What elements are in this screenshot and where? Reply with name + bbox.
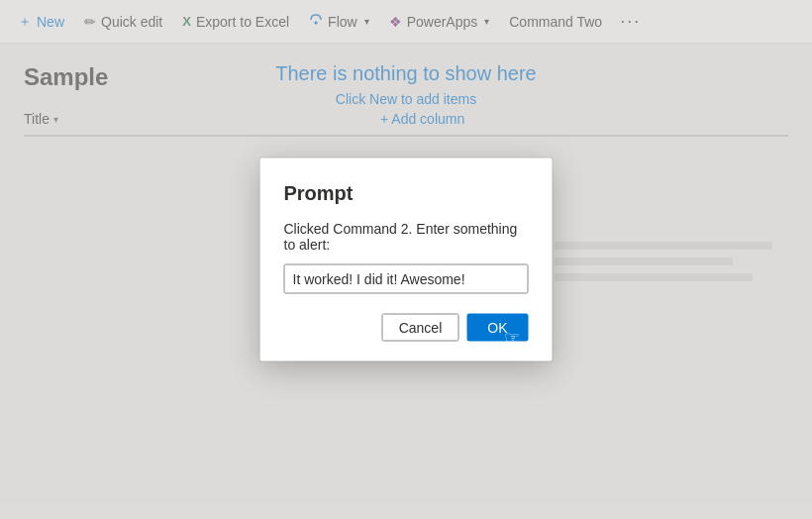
prompt-dialog: Prompt Clicked Command 2. Enter somethin… — [260, 158, 553, 362]
dialog-input[interactable] — [284, 264, 529, 294]
dialog-title: Prompt — [284, 182, 529, 205]
ok-button[interactable]: OK ☞ — [466, 314, 528, 342]
dialog-buttons: Cancel OK ☞ — [284, 314, 529, 342]
dialog-message: Clicked Command 2. Enter something to al… — [284, 221, 529, 253]
cancel-button[interactable]: Cancel — [382, 314, 459, 342]
